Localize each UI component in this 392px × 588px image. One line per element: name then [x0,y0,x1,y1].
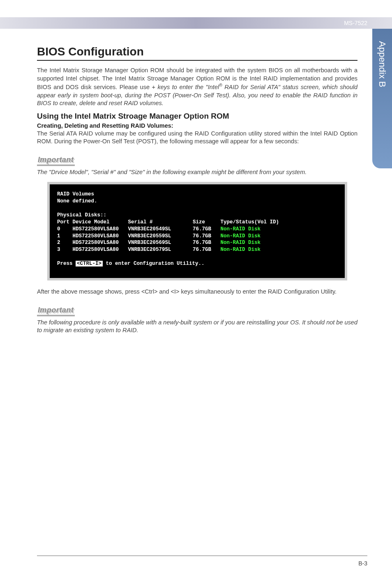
important-label-2: Important [37,306,75,316]
doc-id-label: MS-7522 [344,20,367,26]
after-terminal-paragraph: After the above message shows, press <Ct… [37,288,357,296]
header-bar [0,17,392,29]
bold-subtitle: Creating, Deleting and Resetting RAID Vo… [37,122,357,129]
subsection-heading: Using the Intel Matrix Stroage Manager O… [37,112,357,121]
footer-divider [37,556,367,556]
section-title: BIOS Configuration [37,45,357,61]
paragraph-2: The Serial ATA RAID volume may be config… [37,130,357,146]
intro-paragraph: The Intel Matrix Storage Manager Option … [37,67,357,108]
note-1: The "Drvice Model", "Serial #" and "Size… [37,168,357,177]
terminal-screenshot: RAID Volumes None defined. Physical Disk… [47,182,347,280]
important-label-1: Important [37,156,75,166]
page-number: B-3 [358,560,367,567]
side-tab-appendix: Appendix B [372,29,392,168]
note-2: The following procedure is only availabl… [37,319,357,335]
